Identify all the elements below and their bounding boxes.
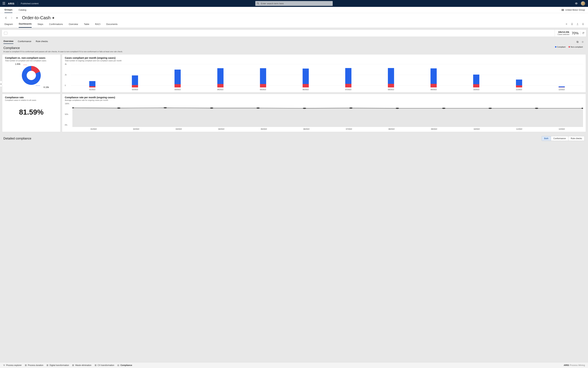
cases-label: Cases selected bbox=[558, 34, 569, 36]
card-title: Cases compliant per month (ongoing cases… bbox=[65, 56, 583, 59]
nav-catalog[interactable]: Catalog bbox=[19, 7, 26, 13]
bottom-digital-transformation[interactable]: Digital transformation bbox=[47, 364, 69, 367]
export-icon[interactable] bbox=[580, 31, 584, 35]
cases-selected-block: 10k/14.33k Cases selected 70% bbox=[555, 30, 579, 37]
org-icon bbox=[561, 9, 564, 11]
svg-point-0 bbox=[257, 3, 259, 4]
svg-rect-25 bbox=[26, 365, 27, 365]
svg-rect-33 bbox=[73, 365, 74, 365]
tab-table[interactable]: Table bbox=[84, 21, 89, 28]
dashboard-inner-tabs: Overview Conformance Rule checks bbox=[2, 39, 586, 45]
filter-bar: 10k/14.33k Cases selected 70% bbox=[2, 29, 586, 37]
tab-steps[interactable]: Steps bbox=[38, 21, 43, 28]
bottom-waste-elimination[interactable]: Waste elimination bbox=[72, 364, 91, 367]
svg-point-13 bbox=[256, 108, 260, 109]
nav-groups[interactable]: Groups bbox=[4, 7, 12, 13]
svg-point-19 bbox=[535, 108, 538, 109]
segment-conformance[interactable]: Conformance bbox=[551, 136, 568, 141]
donut-label-noncompliant: 1.84k bbox=[15, 63, 20, 65]
card-title: Compliant vs. non-compliant cases bbox=[5, 56, 57, 59]
cases-percent: 70% bbox=[572, 31, 579, 35]
title-row: Order-to-Cash ★ bbox=[0, 13, 588, 20]
svg-rect-6 bbox=[577, 41, 578, 43]
nav-up-icon[interactable] bbox=[16, 16, 19, 19]
side-panel-expand[interactable]: ▸ bbox=[0, 81, 2, 87]
card-subtitle: Total number of compliant and non-compli… bbox=[5, 60, 57, 62]
tab-confirmations[interactable]: Confirmations bbox=[49, 21, 63, 28]
card-compliant-vs-noncompliant: Compliant vs. non-compliant cases Total … bbox=[2, 54, 60, 92]
bottom-cx-transformation[interactable]: CX transformation bbox=[95, 364, 114, 367]
svg-point-21 bbox=[3, 365, 4, 365]
org-selector[interactable]: United Motor Group bbox=[561, 9, 585, 11]
primary-nav: Groups Catalog United Motor Group bbox=[0, 7, 588, 13]
section-title: Compliance bbox=[3, 46, 585, 50]
svg-point-15 bbox=[349, 108, 353, 109]
tab-overview[interactable]: Overview bbox=[69, 21, 78, 28]
svg-rect-38 bbox=[95, 365, 95, 366]
user-avatar[interactable] bbox=[581, 1, 585, 6]
highlight-icon[interactable] bbox=[565, 23, 568, 25]
cases-count: 10k/14.33k bbox=[558, 31, 569, 34]
dashboard-content: 10k/14.33k Cases selected 70% Overview C… bbox=[0, 28, 588, 142]
svg-point-12 bbox=[210, 108, 213, 109]
segment-group: Both Conformance Rule checks bbox=[541, 136, 585, 141]
svg-point-23 bbox=[4, 366, 4, 366]
card-subtitle: Average compliance rate for ongoing case… bbox=[65, 99, 583, 101]
selection-box-icon[interactable] bbox=[4, 32, 7, 35]
donut-label-compliant: 8.16k bbox=[44, 86, 49, 89]
page-title-text: Order-to-Cash bbox=[22, 15, 51, 20]
legend-noncompliant: Non-compliant bbox=[569, 46, 583, 48]
bottom-process-explorer[interactable]: Process explorer bbox=[3, 364, 22, 367]
nav-back-icon[interactable] bbox=[4, 16, 8, 19]
tab-dashboards[interactable]: Dashboards bbox=[19, 20, 32, 28]
bottom-compliance[interactable]: Compliance bbox=[117, 364, 132, 367]
app-launcher-icon[interactable] bbox=[3, 2, 6, 5]
svg-rect-30 bbox=[47, 365, 47, 366]
copy-icon[interactable] bbox=[576, 41, 579, 43]
nav-forward-icon[interactable] bbox=[10, 16, 13, 19]
tab-raci[interactable]: RACI bbox=[95, 21, 100, 28]
settings-gear-icon[interactable] bbox=[581, 41, 584, 43]
svg-rect-29 bbox=[48, 365, 48, 365]
svg-point-2 bbox=[576, 3, 577, 4]
svg-rect-32 bbox=[72, 365, 73, 365]
innertab-overview[interactable]: Overview bbox=[3, 40, 13, 44]
card-title: Compliance rate per month (ongoing cases… bbox=[65, 96, 583, 99]
segment-rulechecks[interactable]: Rule checks bbox=[568, 136, 584, 141]
svg-rect-37 bbox=[96, 365, 96, 365]
tab-diagram[interactable]: Diagram bbox=[4, 21, 13, 28]
svg-rect-34 bbox=[72, 365, 73, 366]
innertab-conformance[interactable]: Conformance bbox=[18, 40, 31, 44]
section-subtitle: A case is compliant if it is conformant … bbox=[3, 51, 585, 53]
search-input[interactable] bbox=[255, 1, 333, 6]
card-cases-per-month: Cases compliant per month (ongoing cases… bbox=[62, 54, 586, 92]
breadcrumb-nav: Order-to-Cash ★ bbox=[4, 15, 584, 20]
svg-rect-39 bbox=[96, 365, 96, 366]
svg-point-11 bbox=[163, 107, 167, 108]
card-subtitle: Compliant cases in relation to all cases bbox=[5, 99, 57, 101]
detailed-title: Detailed compliance bbox=[3, 137, 31, 140]
svg-rect-35 bbox=[73, 365, 74, 366]
bottom-process-duration[interactable]: Process duration bbox=[25, 364, 43, 367]
innertab-rulechecks[interactable]: Rule checks bbox=[36, 40, 48, 44]
tab-documents[interactable]: Documents bbox=[106, 21, 118, 28]
card-subtitle: Total number of ongoing compliant and no… bbox=[65, 60, 583, 62]
brand-logo: ARIS bbox=[8, 2, 14, 5]
svg-rect-24 bbox=[25, 365, 26, 365]
entity-toolbar bbox=[565, 23, 584, 25]
svg-rect-27 bbox=[26, 365, 27, 366]
favorite-star-icon[interactable]: ★ bbox=[52, 16, 55, 20]
visibility-eye-icon[interactable] bbox=[575, 2, 578, 5]
entity-tabs: Diagram Dashboards Steps Confirmations O… bbox=[0, 20, 588, 28]
idea-bulb-icon[interactable] bbox=[571, 23, 573, 25]
svg-rect-26 bbox=[25, 365, 26, 366]
svg-point-14 bbox=[303, 108, 306, 109]
upload-icon[interactable] bbox=[576, 23, 579, 25]
bell-icon[interactable] bbox=[582, 23, 584, 25]
topbar: ARIS Published content bbox=[0, 0, 588, 7]
segment-both[interactable]: Both bbox=[542, 136, 551, 141]
card-compliance-rate-per-month: Compliance rate per month (ongoing cases… bbox=[62, 94, 586, 132]
svg-rect-36 bbox=[95, 365, 95, 365]
svg-point-4 bbox=[566, 24, 567, 24]
cards-grid: Compliant vs. non-compliant cases Total … bbox=[2, 54, 586, 132]
